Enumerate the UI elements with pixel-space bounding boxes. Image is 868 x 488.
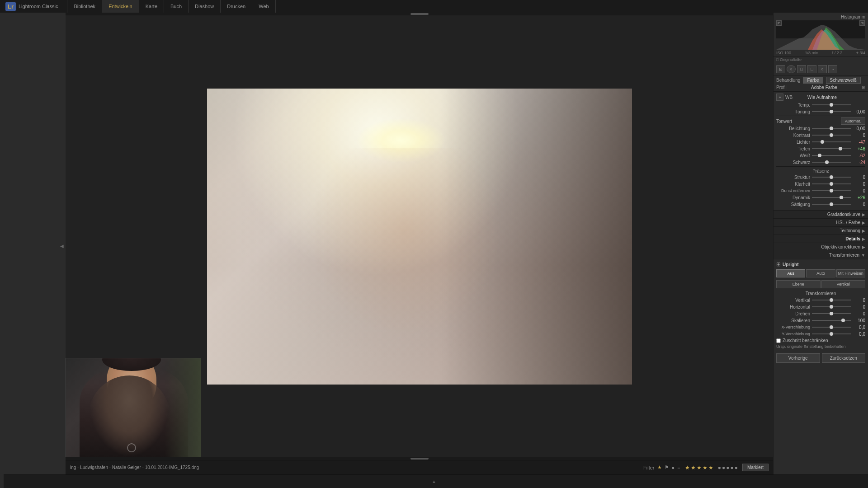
horizontal-slider[interactable] (812, 304, 851, 310)
temp-slider-thumb[interactable] (830, 103, 833, 107)
skalieren-value: 100 (853, 318, 865, 323)
horizontal-thumb[interactable] (830, 305, 833, 309)
x-verschiebung-thumb[interactable] (830, 325, 833, 329)
nav-drucken[interactable]: Drucken (221, 0, 252, 13)
saettigung-thumb[interactable] (830, 202, 833, 206)
skalieren-label: Skalieren (776, 318, 810, 323)
lichter-slider[interactable] (812, 139, 851, 145)
crop-tool[interactable]: ⊡ (776, 65, 785, 73)
radial-filter-tool[interactable]: ○ (818, 65, 827, 73)
graduated-filter-tool[interactable]: □ (807, 65, 816, 73)
divider-2 (776, 166, 865, 167)
skalieren-thumb[interactable] (841, 319, 845, 322)
drehen-track (812, 313, 851, 314)
auto-button[interactable]: Automat. (841, 117, 865, 125)
saettigung-slider[interactable] (812, 202, 851, 207)
belichtung-thumb[interactable] (830, 127, 833, 130)
tint-slider[interactable] (812, 109, 851, 114)
vertikal-thumb[interactable] (830, 298, 833, 302)
redeye-tool[interactable]: □ (797, 65, 806, 73)
star-2[interactable]: ★ (691, 465, 696, 471)
dynamik-slider[interactable] (812, 195, 851, 200)
clip-right-indicator[interactable]: ◥ (859, 20, 865, 26)
drehen-thumb[interactable] (830, 312, 833, 315)
spot-removal-tool[interactable]: ○ (787, 65, 796, 73)
struktur-slider[interactable] (812, 174, 851, 180)
dunst-thumb[interactable] (830, 189, 833, 192)
dynamik-label: Dynamik (776, 195, 810, 200)
klarheit-slider[interactable] (812, 181, 851, 187)
skalieren-slider[interactable] (812, 318, 851, 323)
left-panel-collapse[interactable]: ◀ (60, 244, 64, 249)
upright-auto-button[interactable]: Auto (806, 269, 835, 277)
profil-browse-icon[interactable]: ⊞ (862, 85, 865, 90)
nav-diashow[interactable]: Diashow (189, 0, 221, 13)
upright-aus-button[interactable]: Aus (776, 269, 805, 277)
flag-icon: ⚑ (665, 465, 669, 470)
app-logo: Lr Lightroom Classic (5, 2, 58, 11)
tint-slider-thumb[interactable] (830, 110, 833, 113)
color-1[interactable]: ● (718, 465, 721, 471)
color-5[interactable]: ● (735, 465, 738, 471)
tint-value: 0,00 (853, 109, 865, 114)
dynamik-thumb[interactable] (840, 196, 843, 199)
clip-left-indicator[interactable]: ◤ (776, 20, 782, 26)
teiltonung-header[interactable]: Teiltonung ▶ (774, 226, 868, 235)
wb-eyedropper[interactable]: ✦ (776, 94, 783, 101)
star-1[interactable]: ★ (685, 465, 690, 471)
lichter-thumb[interactable] (821, 140, 824, 144)
temp-label: Temp. (776, 103, 810, 108)
star-3[interactable]: ★ (697, 465, 702, 471)
upright-vertikal-button[interactable]: Vertikal (821, 280, 866, 288)
color-3[interactable]: ● (726, 465, 729, 471)
bottom-action-buttons: Vorherige Zurücksetzen (774, 352, 868, 365)
dunst-track (812, 190, 851, 191)
klarheit-thumb[interactable] (830, 182, 833, 186)
vertikal-slider[interactable] (812, 297, 851, 303)
markiert-button[interactable]: Markiert (742, 464, 769, 471)
y-verschiebung-thumb[interactable] (830, 332, 833, 336)
details-header[interactable]: Details ▶ (774, 235, 868, 243)
nav-karte[interactable]: Karte (139, 0, 164, 13)
zuschnitt-checkbox[interactable] (776, 338, 781, 343)
tiefen-slider[interactable] (812, 146, 851, 151)
nav-buch[interactable]: Buch (164, 0, 189, 13)
kontrast-slider[interactable] (812, 132, 851, 138)
struktur-thumb[interactable] (830, 175, 833, 179)
nav-web[interactable]: Web (252, 0, 275, 13)
schwarzweiss-button[interactable]: Schwarzweiß (826, 77, 861, 84)
x-verschiebung-value: 0,0 (853, 325, 865, 330)
nav-bibliothek[interactable]: Bibliothek (67, 0, 102, 13)
x-verschiebung-slider[interactable] (812, 324, 851, 330)
belichtung-slider[interactable] (812, 126, 851, 131)
brush-tool[interactable]: ∙∙ (828, 65, 837, 73)
kontrast-thumb[interactable] (830, 133, 833, 137)
dunst-value: 0 (853, 188, 865, 193)
nav-entwickeln[interactable]: Entwickeln (102, 0, 139, 13)
gradationskurve-header[interactable]: Gradationskurve ▶ (774, 210, 868, 218)
temp-slider[interactable] (812, 102, 851, 108)
filename-text: ing - Ludwigshafen - Natalie Geiger - 10… (70, 465, 639, 470)
upright-mit-hinweisen-button[interactable]: Mit Hinweisen (836, 269, 865, 277)
farbe-button[interactable]: Farbe (803, 77, 823, 84)
filmstrip-up-arrow[interactable]: ▲ (432, 479, 436, 484)
star-4[interactable]: ★ (703, 465, 708, 471)
zuruecksetzen-button[interactable]: Zurücksetzen (822, 353, 866, 363)
weiss-slider[interactable] (812, 153, 851, 158)
tiefen-thumb[interactable] (839, 147, 842, 150)
transformieren-header[interactable]: Transformieren ▼ (774, 251, 868, 259)
color-2[interactable]: ● (722, 465, 725, 471)
hsl-header[interactable]: HSL / Farbe ▶ (774, 218, 868, 226)
schwarz-thumb[interactable] (825, 160, 829, 164)
upright-ebene-button[interactable]: Ebene (776, 280, 821, 288)
weiss-thumb[interactable] (818, 154, 821, 157)
drehen-slider[interactable] (812, 311, 851, 316)
vorherige-button[interactable]: Vorherige (776, 353, 820, 363)
objektiv-header[interactable]: Objektivkorrekturen ▶ (774, 243, 868, 251)
dunst-slider[interactable] (812, 188, 851, 193)
color-4[interactable]: ● (730, 465, 733, 471)
original-text: □ Originalbitte (776, 57, 802, 62)
schwarz-slider[interactable] (812, 160, 851, 165)
star-5[interactable]: ★ (708, 465, 713, 471)
y-verschiebung-slider[interactable] (812, 331, 851, 337)
